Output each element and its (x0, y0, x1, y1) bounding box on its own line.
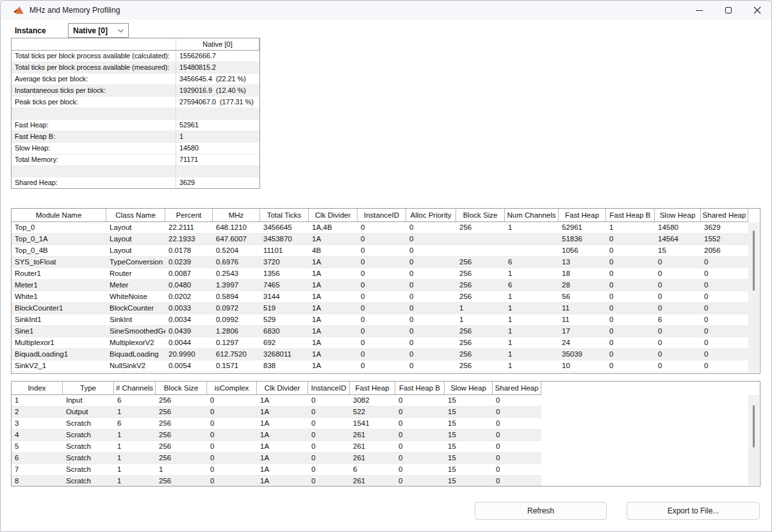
table-cell[interactable]: 0 (308, 395, 350, 406)
table-cell[interactable]: NullSinkV2 (106, 360, 165, 371)
table-cell[interactable]: 56 (559, 291, 606, 302)
table-cell[interactable]: SYS_toFloat (12, 257, 106, 268)
table-row[interactable]: Peak ticks per block:27594067.0 (177.31 … (12, 97, 259, 108)
table-cell[interactable]: 0 (406, 314, 456, 325)
table-cell[interactable]: 1 (114, 464, 156, 475)
table-cell[interactable]: 15562666.7 (176, 51, 259, 61)
table-row[interactable]: 1Input625601A030820150 (12, 395, 541, 407)
table-cell[interactable]: 0 (395, 395, 445, 406)
table-cell[interactable]: Router1 (12, 268, 106, 279)
table-cell[interactable]: 6 (655, 314, 701, 325)
table-cell[interactable]: 1A (309, 234, 357, 245)
table-cell[interactable]: 51836 (559, 234, 606, 245)
table-cell[interactable]: 5 (12, 441, 63, 452)
table-cell[interactable]: 0 (406, 349, 456, 360)
table-cell[interactable]: 0 (606, 326, 655, 337)
table-cell[interactable]: 0 (655, 291, 701, 302)
table-row[interactable]: BlockCounter1BlockCounter0.00330.0972519… (12, 303, 748, 314)
table-row[interactable]: Total Memory:71171 (12, 154, 259, 166)
table-cell[interactable]: 15 (445, 453, 493, 463)
table-cell[interactable]: 0 (655, 349, 701, 360)
table-cell[interactable]: 0 (395, 476, 445, 487)
table-cell[interactable]: SinkInt1 (12, 314, 106, 325)
table-cell[interactable]: 519 (260, 303, 309, 314)
table-cell[interactable]: 27594067.0 (177.31 %) (176, 97, 259, 108)
table-cell[interactable]: 0 (357, 257, 406, 268)
table-cell[interactable]: 1 (505, 314, 559, 325)
table-cell[interactable]: 0 (406, 222, 456, 233)
table-cell[interactable]: 3082 (350, 395, 395, 406)
table-cell[interactable]: 1 (505, 337, 559, 348)
table-cell[interactable]: 0.5894 (213, 291, 260, 302)
table-cell[interactable]: Scratch (63, 441, 114, 452)
table-cell[interactable]: 1A,4B (309, 222, 357, 233)
table-cell[interactable]: 1A (257, 464, 308, 475)
table-cell[interactable] (12, 166, 176, 177)
table-cell[interactable]: 1552 (701, 234, 748, 245)
table-cell[interactable]: 0 (207, 476, 257, 487)
table-cell[interactable]: 1 (114, 476, 156, 487)
table-cell[interactable]: 7465 (260, 280, 309, 291)
table-cell[interactable]: 1A (309, 360, 357, 371)
table-cell[interactable]: 3453870 (260, 234, 309, 245)
table-cell[interactable]: 1 (114, 441, 156, 452)
table-cell[interactable]: 256 (456, 280, 505, 291)
table-cell[interactable]: 2056 (701, 245, 748, 256)
table-cell[interactable]: Scratch (63, 476, 114, 487)
table-cell[interactable]: 0 (395, 464, 445, 475)
table-cell[interactable]: 15 (445, 464, 493, 475)
table-row[interactable]: Top_0_1ALayout22.1933647.600734538701A00… (12, 234, 748, 245)
table-cell[interactable]: 0 (308, 476, 350, 487)
table-cell[interactable]: 0 (406, 268, 456, 279)
table-cell[interactable]: 1A (309, 337, 357, 348)
module-table-scrollbar-thumb[interactable] (753, 230, 755, 291)
table-cell[interactable] (176, 166, 259, 177)
table-cell[interactable]: 838 (260, 360, 309, 371)
table-cell[interactable]: 0.0087 (165, 268, 213, 279)
table-cell[interactable]: WhiteNoise (106, 291, 165, 302)
table-row[interactable] (12, 166, 259, 177)
table-cell[interactable]: 0 (357, 360, 406, 371)
table-row[interactable]: Top_0_4BLayout0.01780.5204111014B0010560… (12, 245, 748, 257)
table-cell[interactable]: 11101 (260, 245, 309, 256)
table-row[interactable]: White1WhiteNoise0.02020.589431441A002561… (12, 291, 748, 303)
table-cell[interactable]: 0 (207, 430, 257, 440)
table-cell[interactable]: 256 (456, 291, 505, 302)
table-cell[interactable]: 0 (493, 407, 541, 417)
table-cell[interactable]: Fast Heap: (12, 120, 176, 131)
table-cell[interactable]: 1 (12, 395, 63, 406)
table-cell[interactable]: 0 (308, 430, 350, 440)
table-cell[interactable]: 1356 (260, 268, 309, 279)
table-cell[interactable]: BlockCounter (106, 303, 165, 314)
table-cell[interactable]: 0 (606, 360, 655, 371)
table-cell[interactable]: 0 (606, 280, 655, 291)
table-cell[interactable]: 0 (406, 280, 456, 291)
table-cell[interactable]: Layout (106, 222, 165, 233)
table-cell[interactable]: 256 (456, 257, 505, 268)
table-cell[interactable]: 1056 (559, 245, 606, 256)
table-cell[interactable]: 0 (308, 407, 350, 417)
table-cell[interactable]: 0 (357, 337, 406, 348)
table-cell[interactable]: 17 (559, 326, 606, 337)
table-cell[interactable]: 0 (655, 257, 701, 268)
table-cell[interactable]: 0.0202 (165, 291, 213, 302)
table-cell[interactable]: Total ticks per block process available … (12, 62, 176, 73)
table-cell[interactable]: 0 (493, 441, 541, 452)
table-row[interactable]: Meter1Meter0.04801.399774651A00256628000 (12, 280, 748, 291)
table-cell[interactable]: TypeConversion (106, 257, 165, 268)
table-cell[interactable]: Fast Heap B: (12, 131, 176, 142)
table-cell[interactable]: 256 (156, 407, 207, 417)
table-cell[interactable]: 0 (406, 337, 456, 348)
table-cell[interactable]: 0 (395, 407, 445, 417)
table-cell[interactable]: 0 (493, 430, 541, 440)
table-cell[interactable]: 261 (350, 430, 395, 440)
module-table-vertical-scrollbar[interactable] (748, 222, 759, 373)
table-cell[interactable]: 6 (114, 395, 156, 406)
table-cell[interactable]: 0 (395, 453, 445, 463)
table-cell[interactable]: 0.0044 (165, 337, 213, 348)
table-row[interactable]: Top_0Layout22.2111648.121034566451A,4B00… (12, 222, 748, 234)
table-cell[interactable]: 0.6976 (213, 257, 260, 268)
table-cell[interactable]: 0 (493, 418, 541, 429)
table-cell[interactable]: 0 (701, 280, 748, 291)
table-cell[interactable]: SineSmoothedGen (106, 326, 165, 337)
